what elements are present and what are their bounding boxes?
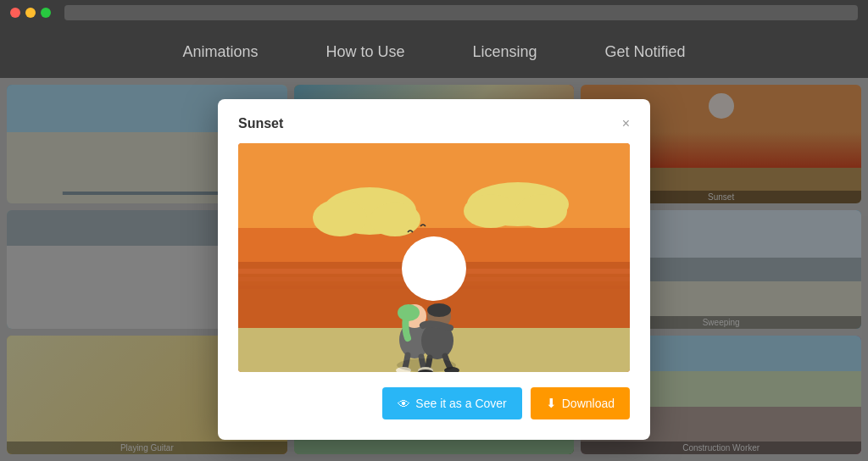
see-as-cover-button[interactable]: 👁 See it as a Cover bbox=[382, 387, 521, 419]
modal: Sunset × bbox=[218, 99, 650, 440]
sunset-svg bbox=[238, 143, 630, 372]
modal-header: Sunset × bbox=[238, 116, 630, 131]
main-content: Keynote/Presentation Sunset Sweeping Pla… bbox=[0, 78, 868, 461]
minimize-dot[interactable] bbox=[25, 8, 36, 18]
nav-bar: Animations How to Use Licensing Get Noti… bbox=[0, 25, 868, 78]
svg-point-8 bbox=[402, 236, 466, 301]
svg-point-10 bbox=[313, 199, 367, 236]
modal-footer: 👁 See it as a Cover ⬇ Download bbox=[238, 387, 630, 419]
nav-item-licensing[interactable]: Licensing bbox=[438, 25, 570, 78]
nav-item-animations[interactable]: Animations bbox=[148, 25, 292, 78]
sunset-illustration bbox=[238, 143, 630, 372]
eye-icon: 👁 bbox=[398, 397, 410, 411]
svg-point-13 bbox=[464, 194, 518, 228]
maximize-dot[interactable] bbox=[41, 8, 51, 18]
svg-point-20 bbox=[427, 303, 451, 317]
svg-point-25 bbox=[397, 358, 456, 372]
download-button[interactable]: ⬇ Download bbox=[531, 387, 630, 419]
svg-point-17 bbox=[398, 304, 420, 321]
download-icon: ⬇ bbox=[546, 396, 557, 411]
modal-title: Sunset bbox=[238, 116, 283, 131]
address-bar bbox=[64, 5, 858, 20]
svg-point-14 bbox=[516, 194, 567, 228]
modal-close-button[interactable]: × bbox=[622, 117, 630, 131]
modal-overlay[interactable]: Sunset × bbox=[0, 78, 868, 461]
nav-item-get-notified[interactable]: Get Notified bbox=[571, 25, 720, 78]
browser-chrome bbox=[0, 0, 868, 25]
nav-item-how-to-use[interactable]: How to Use bbox=[292, 25, 438, 78]
close-dot[interactable] bbox=[10, 8, 20, 18]
